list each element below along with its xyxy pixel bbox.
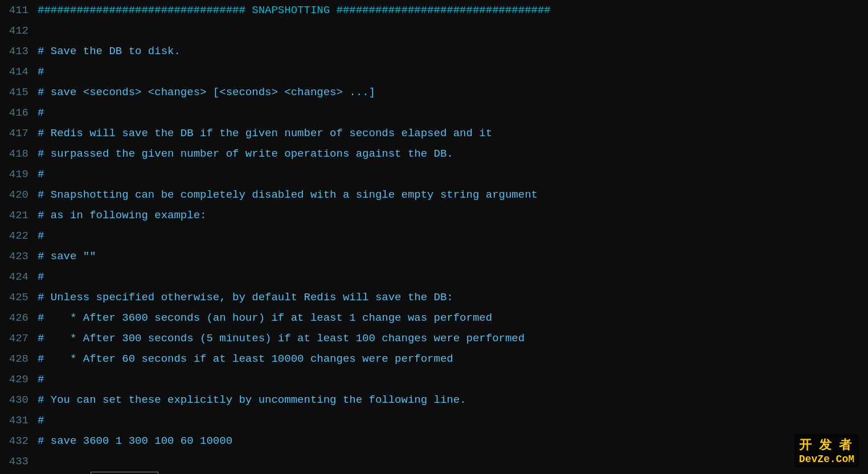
code-line-414: 414 # — [0, 62, 868, 82]
code-line-425: 425 # Unless specified otherwise, by def… — [0, 287, 868, 308]
watermark-site: DevZe.CoM — [799, 453, 854, 465]
line-content: # — [38, 62, 863, 82]
line-content: # — [38, 103, 863, 123]
code-line-415: 415 # save <seconds> <changes> [<seconds… — [0, 82, 868, 103]
line-number: 411 — [5, 0, 38, 21]
code-line-418: 418 # surpassed the given number of writ… — [0, 144, 868, 164]
line-number: 423 — [5, 246, 38, 267]
line-content: # * After 3600 seconds (an hour) if at l… — [38, 308, 863, 328]
code-line-424: 424 # — [0, 267, 868, 287]
line-number: 432 — [5, 431, 38, 451]
active-code-box: save 5 2 — [91, 472, 158, 474]
code-line-412: 412 — [0, 21, 868, 41]
line-number: 417 — [5, 123, 38, 144]
line-number: 419 — [5, 164, 38, 185]
line-number: 414 — [5, 62, 38, 82]
code-line-423: 423 # save "" — [0, 246, 868, 267]
line-number: 416 — [5, 103, 38, 123]
code-line-419: 419 # — [0, 164, 868, 185]
line-content: # Redis will save the DB if the given nu… — [38, 123, 863, 144]
line-content: # * After 300 seconds (5 minutes) if at … — [38, 328, 863, 349]
line-number: 421 — [5, 205, 38, 226]
code-line-417: 417 # Redis will save the DB if the give… — [0, 123, 868, 144]
code-line-416: 416 # — [0, 103, 868, 123]
line-number: 424 — [5, 267, 38, 287]
line-number: 422 — [5, 226, 38, 246]
line-number: 425 — [5, 287, 38, 308]
line-content: save 5 2 — [38, 451, 863, 474]
line-content: # — [38, 267, 863, 287]
code-line-421: 421 # as in following example: — [0, 205, 868, 226]
line-content: # as in following example: — [38, 205, 863, 226]
line-content: # — [38, 410, 863, 431]
line-content — [38, 21, 863, 41]
line-content: # Snapshotting can be completely disable… — [38, 185, 863, 205]
line-number: 412 — [5, 21, 38, 41]
line-content: # save 3600 1 300 100 60 10000 — [38, 431, 863, 451]
code-line-430: 430 # You can set these explicitly by un… — [0, 390, 868, 410]
line-number: 429 — [5, 369, 38, 390]
line-content: # * After 60 seconds if at least 10000 c… — [38, 349, 863, 369]
line-content: # — [38, 226, 863, 246]
line-content: # You can set these explicitly by uncomm… — [38, 390, 863, 410]
code-line-411: 411 ################################ SNA… — [0, 0, 868, 21]
line-content: # save <seconds> <changes> [<seconds> <c… — [38, 82, 863, 103]
line-content: # Save the DB to disk. — [38, 41, 863, 62]
line-number: 418 — [5, 144, 38, 164]
line-number: 430 — [5, 390, 38, 410]
watermark-cn: 开 发 者 — [799, 436, 854, 453]
code-line-413: 413 # Save the DB to disk. — [0, 41, 868, 62]
line-number: 433 — [5, 451, 38, 472]
code-line-432: 432 # save 3600 1 300 100 60 10000 — [0, 431, 868, 451]
line-number: 428 — [5, 349, 38, 369]
code-line-422: 422 # — [0, 226, 868, 246]
line-content: # Unless specified otherwise, by default… — [38, 287, 863, 308]
code-view[interactable]: 411 ################################ SNA… — [0, 0, 868, 474]
watermark: 开 发 者 DevZe.CoM — [795, 434, 859, 467]
code-line-426: 426 # * After 3600 seconds (an hour) if … — [0, 308, 868, 328]
line-content: ################################ SNAPSHO… — [38, 0, 863, 21]
line-number: 431 — [5, 410, 38, 431]
code-line-428: 428 # * After 60 seconds if at least 100… — [0, 349, 868, 369]
line-number: 415 — [5, 82, 38, 103]
line-number: 427 — [5, 328, 38, 349]
line-content: # — [38, 164, 863, 185]
line-content: # save "" — [38, 246, 863, 267]
code-line-431: 431 # — [0, 410, 868, 431]
line-number: 413 — [5, 41, 38, 62]
code-line-429: 429 # — [0, 369, 868, 390]
code-line-427: 427 # * After 300 seconds (5 minutes) if… — [0, 328, 868, 349]
line-content: # — [38, 369, 863, 390]
code-line-433: 433 save 5 2 — [0, 451, 868, 474]
line-number: 426 — [5, 308, 38, 328]
editor-container: 411 ################################ SNA… — [0, 0, 868, 474]
line-number: 420 — [5, 185, 38, 205]
line-content: # surpassed the given number of write op… — [38, 144, 863, 164]
code-line-420: 420 # Snapshotting can be completely dis… — [0, 185, 868, 205]
